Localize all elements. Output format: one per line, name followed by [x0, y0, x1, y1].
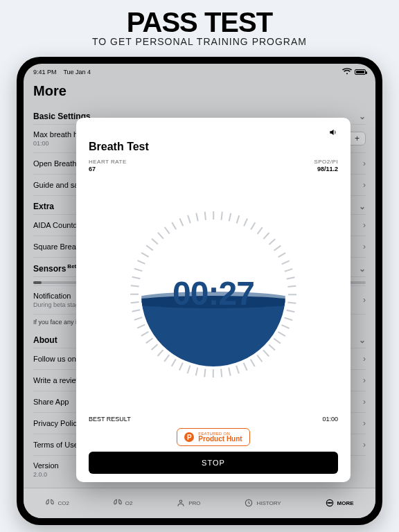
tab-history[interactable]: HISTORY: [244, 498, 281, 509]
promo-header: PASS TEST TO GET PERSONAL TRAINING PROGR…: [0, 0, 399, 51]
row-sub: During beta stage: [33, 301, 82, 308]
breath-test-modal: Breath Test HEART RATE 67 SPO2/PI 98/11.…: [76, 118, 351, 482]
tab-co2[interactable]: CO2: [45, 498, 69, 509]
lungs-icon: [113, 498, 123, 509]
chevron-down-icon: ⌄: [359, 335, 366, 345]
version-value: 2.0.0: [33, 471, 59, 478]
tab-o2[interactable]: O2: [113, 498, 133, 509]
section-extra-label: Extra: [33, 202, 54, 211]
timer-dial: 00:27: [89, 175, 338, 413]
tab-more[interactable]: MORE: [325, 498, 354, 509]
promo-subtitle: TO GET PERSONAL TRAINING PROGRAM: [0, 36, 399, 47]
chevron-right-icon: ›: [363, 180, 366, 190]
section-sensors-label: SensorsBeta: [33, 263, 80, 274]
status-bar: 9:41 PM Tue Jan 4: [24, 64, 375, 78]
svg-point-0: [179, 499, 182, 502]
chevron-right-icon: ›: [363, 159, 366, 168]
product-hunt-icon: P: [184, 432, 194, 442]
tab-pro[interactable]: PRO: [176, 498, 200, 509]
heart-rate-label: HEART RATE: [89, 159, 127, 165]
row-sub: 01:00: [33, 140, 82, 147]
chevron-right-icon: ›: [363, 220, 366, 230]
svg-point-5: [330, 502, 331, 503]
lungs-icon: [45, 498, 55, 509]
best-value: 01:00: [322, 416, 338, 423]
chevron-right-icon: ›: [363, 295, 366, 305]
chevron-right-icon: ›: [363, 418, 366, 428]
screen: 9:41 PM Tue Jan 4 More Basic Settings ⌄ …: [24, 64, 375, 518]
chevron-right-icon: ›: [363, 440, 366, 450]
chevron-right-icon: ›: [363, 354, 366, 364]
spo2-value: 98/11.2: [314, 166, 338, 172]
stepper-plus[interactable]: +: [348, 132, 365, 145]
wifi-icon: [342, 68, 352, 76]
ipad-frame: 9:41 PM Tue Jan 4 More Basic Settings ⌄ …: [17, 57, 382, 525]
stop-button[interactable]: STOP: [89, 452, 338, 474]
tab-label: PRO: [188, 500, 200, 506]
battery-icon: [355, 69, 366, 75]
heart-rate: HEART RATE 67: [89, 159, 127, 172]
row-label: AIDA Countdo: [33, 221, 82, 229]
row-label: Version: [33, 461, 59, 470]
more-icon: [325, 498, 335, 509]
product-hunt-badge[interactable]: P FEATURED ON Product Hunt: [177, 428, 249, 446]
row-label: Write a review: [33, 376, 81, 384]
status-right: [342, 68, 366, 76]
row-label: Open Breath h: [33, 159, 83, 168]
status-date: Tue Jan 4: [63, 69, 91, 76]
heart-rate-value: 67: [89, 166, 127, 172]
best-result-row: BEST RESULT 01:00: [89, 416, 338, 423]
row-label: Share App: [33, 398, 69, 406]
row-label: Privacy Policy: [33, 419, 80, 427]
chevron-right-icon: ›: [363, 397, 366, 407]
row-label: Square Breath: [33, 242, 82, 251]
chevron-right-icon: ›: [363, 242, 366, 251]
row-label: Max breath ho: [33, 130, 82, 139]
section-about-label: About: [33, 335, 57, 345]
chevron-right-icon: ›: [363, 375, 366, 385]
modal-title: Breath Test: [89, 141, 338, 153]
row-label: Notification: [33, 292, 71, 300]
row-label: Terms of Use: [33, 441, 78, 449]
timer-value: 00:27: [130, 274, 296, 312]
sound-icon[interactable]: [328, 127, 338, 139]
ph-big: Product Hunt: [198, 436, 242, 443]
person-icon: [176, 498, 186, 509]
svg-point-3: [328, 502, 328, 503]
chevron-down-icon: ⌄: [359, 264, 366, 274]
svg-point-4: [329, 502, 330, 503]
vital-stats: HEART RATE 67 SPO2/PI 98/11.2: [89, 159, 338, 172]
tab-label: MORE: [337, 500, 354, 506]
clock-icon: [244, 498, 254, 509]
spo2: SPO2/PI 98/11.2: [314, 159, 338, 172]
tab-label: HISTORY: [256, 500, 281, 506]
chevron-down-icon: ⌄: [359, 202, 366, 211]
sensors-text: Sensors: [33, 264, 66, 274]
page-title: More: [33, 83, 366, 99]
tab-bar: CO2 O2 PRO HISTORY: [24, 488, 375, 518]
promo-title: PASS TEST: [0, 8, 399, 36]
status-time: 9:41 PM: [33, 69, 57, 76]
chevron-down-icon: ⌄: [359, 112, 366, 121]
spo2-label: SPO2/PI: [314, 159, 338, 165]
tab-label: O2: [125, 500, 133, 506]
status-left: 9:41 PM Tue Jan 4: [33, 69, 91, 76]
best-label: BEST RESULT: [89, 416, 131, 423]
tab-label: CO2: [57, 500, 69, 506]
